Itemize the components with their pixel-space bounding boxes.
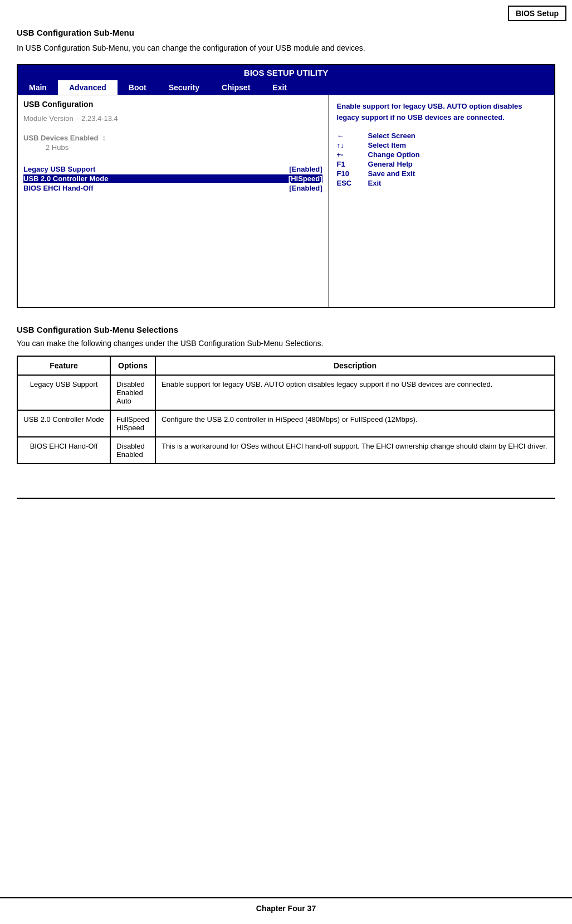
bios-key-select-screen: ← Select Screen — [337, 132, 546, 140]
bios-utility-title: BIOS SETUP UTILITY — [18, 65, 554, 80]
bios-key-desc-general-help: General Help — [368, 160, 413, 168]
bios-usb-devices-count: 2 Hubs — [23, 143, 322, 152]
nav-exit[interactable]: Exit — [261, 80, 298, 95]
bios-key-esc-exit: ESC Exit — [337, 179, 546, 187]
bios-option-legacy-usb-label: Legacy USB Support — [23, 165, 289, 173]
bios-key-general-help: F1 General Help — [337, 160, 546, 168]
bios-key-sym-plusminus: +- — [337, 150, 359, 159]
bios-key-select-item: ↑↓ Select Item — [337, 141, 546, 149]
bios-option-legacy-usb-value: [Enabled] — [289, 165, 322, 173]
bios-usb-devices-colon: : — [102, 134, 105, 142]
bios-key-sym-esc: ESC — [337, 179, 359, 187]
bios-option-usb-controller-value: [HiSpeed] — [289, 174, 322, 183]
section2-heading: USB Configuration Sub-Menu Selections — [17, 325, 555, 334]
table-row: Legacy USB Support Disabled Enabled Auto… — [17, 375, 555, 410]
nav-advanced[interactable]: Advanced — [58, 80, 118, 95]
chapter-footer: Chapter Four 37 — [0, 897, 572, 913]
bios-key-sym-updown: ↑↓ — [337, 141, 359, 149]
nav-chipset[interactable]: Chipset — [211, 80, 261, 95]
bios-key-save-exit: F10 Save and Exit — [337, 169, 546, 178]
bios-option-usb-controller[interactable]: USB 2.0 Controller Mode [HiSpeed] — [23, 174, 322, 183]
options-usb-controller: FullSpeed HiSpeed — [110, 410, 155, 437]
desc-legacy-usb: Enable support for legacy USB. AUTO opti… — [155, 375, 555, 410]
bios-left-panel: USB Configuration Module Version – 2.23.… — [18, 95, 329, 307]
bios-option-usb-controller-label: USB 2.0 Controller Mode — [23, 174, 289, 183]
nav-main[interactable]: Main — [18, 80, 58, 95]
bios-section-title: USB Configuration — [23, 100, 322, 109]
section2-intro: You can make the following changes under… — [17, 339, 555, 348]
bios-nav-bar: Main Advanced Boot Security Chipset Exit — [18, 80, 554, 95]
bios-key-desc-select-screen: Select Screen — [368, 132, 415, 140]
bios-option-legacy-usb[interactable]: Legacy USB Support [Enabled] — [23, 165, 322, 173]
nav-boot[interactable]: Boot — [118, 80, 158, 95]
bios-key-sym-f10: F10 — [337, 169, 359, 178]
feature-legacy-usb: Legacy USB Support — [17, 375, 110, 410]
section1-intro: In USB Configuration Sub-Menu, you can c… — [17, 42, 555, 54]
bios-key-change-option: +- Change Option — [337, 150, 546, 159]
bios-key-sym-f1: F1 — [337, 160, 359, 168]
bios-keys: ← Select Screen ↑↓ Select Item +- Change… — [337, 132, 546, 187]
bios-key-sym-arrow: ← — [337, 132, 359, 140]
desc-usb-controller: Configure the USB 2.0 controller in HiSp… — [155, 410, 555, 437]
col-header-options: Options — [110, 356, 155, 375]
desc-bios-ehci: This is a workaround for OSes without EH… — [155, 437, 555, 464]
section1-heading: USB Configuration Sub-Menu — [17, 28, 555, 37]
feature-bios-ehci: BIOS EHCI Hand-Off — [17, 437, 110, 464]
bios-option-bios-ehci-value: [Enabled] — [289, 184, 322, 192]
bios-utility: BIOS SETUP UTILITY Main Advanced Boot Se… — [17, 64, 555, 308]
feature-usb-controller: USB 2.0 Controller Mode — [17, 410, 110, 437]
nav-security[interactable]: Security — [158, 80, 211, 95]
col-header-description: Description — [155, 356, 555, 375]
bios-option-bios-ehci[interactable]: BIOS EHCI Hand-Off [Enabled] — [23, 184, 322, 192]
table-row: BIOS EHCI Hand-Off Disabled Enabled This… — [17, 437, 555, 464]
bios-key-desc-change-option: Change Option — [368, 150, 420, 159]
selections-table: Feature Options Description Legacy USB S… — [17, 356, 555, 464]
options-legacy-usb: Disabled Enabled Auto — [110, 375, 155, 410]
bios-module-version: Module Version – 2.23.4-13.4 — [23, 114, 322, 123]
options-bios-ehci: Disabled Enabled — [110, 437, 155, 464]
bios-usb-devices-label: USB Devices Enabled — [23, 134, 98, 142]
bios-key-desc-select-item: Select Item — [368, 141, 407, 149]
bios-key-desc-esc-exit: Exit — [368, 179, 382, 187]
table-row: USB 2.0 Controller Mode FullSpeed HiSpee… — [17, 410, 555, 437]
bios-key-desc-save-exit: Save and Exit — [368, 169, 415, 178]
bios-right-panel: Enable support for legacy USB. AUTO opti… — [329, 95, 554, 307]
bios-setup-label: BIOS Setup — [508, 6, 566, 21]
col-header-feature: Feature — [17, 356, 110, 375]
bios-option-bios-ehci-label: BIOS EHCI Hand-Off — [23, 184, 289, 192]
footer-divider — [17, 498, 555, 499]
bios-help-text: Enable support for legacy USB. AUTO opti… — [337, 101, 546, 123]
bios-body: USB Configuration Module Version – 2.23.… — [18, 95, 554, 307]
